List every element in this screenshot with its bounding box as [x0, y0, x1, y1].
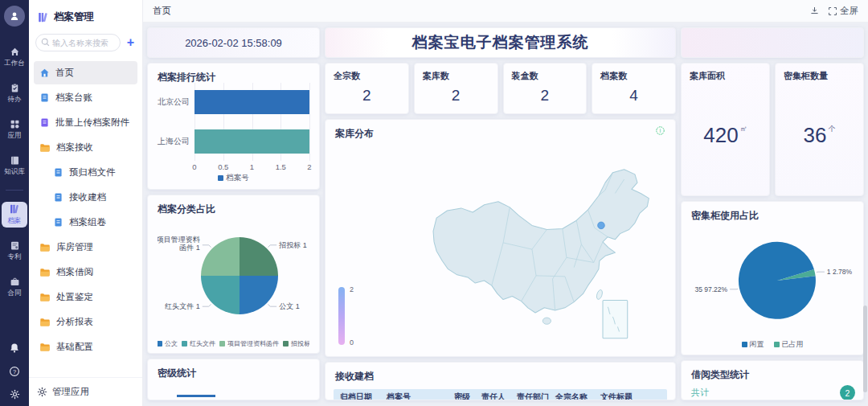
bar-category-label: 上海公司 [158, 136, 190, 147]
stat-unit: ㎡ [740, 124, 747, 134]
table-column-header: 责任部门 [510, 392, 549, 400]
legend-label: 已占用 [782, 339, 804, 350]
map-hainan [542, 318, 551, 324]
rail-bottom: ? [9, 342, 20, 401]
rail-item-apps[interactable]: 应用 [2, 117, 27, 142]
receive-table-card: 接收建档 归档日期档案号密级责任人责任部门全宗名称文件标题 [325, 362, 676, 400]
system-title-card: 档案宝电子档案管理系统 [325, 27, 676, 58]
axis-tick-label: 0.5 [218, 162, 228, 171]
sidebar-item-warehouse[interactable]: 库房管理 [34, 236, 137, 259]
legend-item-0[interactable]: 闲置 [742, 339, 764, 350]
security-level-card: 密级统计 [147, 359, 320, 400]
main-area: 首页 全屏 2026-02-02 15:58:09 档案排行统计 北京公司上海公… [143, 0, 868, 406]
doc-blue-icon [53, 217, 63, 228]
bar-categories: 北京公司上海公司 [158, 83, 194, 161]
stat-number: 420 [703, 123, 738, 148]
scrollbar-thumb[interactable] [863, 306, 867, 392]
clock-card: 2026-02-02 15:58:09 [147, 27, 320, 58]
avatar[interactable] [4, 6, 25, 27]
breadcrumb[interactable]: 首页 [153, 5, 171, 17]
count-badge[interactable]: 2 [840, 385, 855, 400]
rail-item-label: 知识库 [4, 167, 25, 177]
clipboard-icon [10, 83, 20, 93]
legend-item-1[interactable]: 红头文件 [182, 339, 215, 348]
rail-item-label: 合同 [8, 289, 22, 298]
bar-上海公司 [194, 129, 309, 154]
info-icon[interactable]: i [655, 125, 665, 136]
sidebar-item-disposal[interactable]: 处置鉴定 [34, 285, 137, 309]
briefcase-icon [10, 277, 20, 287]
sidebar-item-batch-upload[interactable]: 批量上传档案附件 [34, 111, 137, 134]
legend-swatch [219, 341, 225, 347]
legend-item-2[interactable]: 项目管理资料函件 [219, 339, 279, 348]
sidebar-item-reports[interactable]: 分析报表 [34, 310, 137, 334]
security-bar-fragment [177, 395, 215, 397]
legend-item-0[interactable]: 公文 [158, 339, 178, 348]
map-region-beijing[interactable] [598, 222, 605, 229]
add-button[interactable]: + [125, 35, 136, 50]
rail-item-workbench[interactable]: 工作台 [2, 45, 27, 70]
pie-slice-项目管理资料函件 [201, 237, 240, 276]
rail-item-archive[interactable]: 档案 [2, 202, 27, 228]
search-icon [40, 37, 51, 47]
legend-item-0[interactable]: 档案号 [218, 173, 249, 183]
notifications-button[interactable] [9, 342, 20, 354]
sidebar-item-receive[interactable]: 档案接收 [34, 136, 137, 159]
sidebar-item-ledger[interactable]: 档案台账 [34, 86, 137, 109]
clock-text: 2026-02-02 15:58:09 [185, 37, 282, 49]
system-title: 档案宝电子档案管理系统 [412, 32, 589, 53]
download-icon[interactable] [809, 6, 820, 16]
sidebar-item-label: 首页 [55, 67, 74, 79]
folder-icon [39, 142, 51, 154]
settings-button[interactable] [10, 389, 20, 400]
stat-label: 档案数 [600, 70, 667, 82]
sidebar-item-label: 档案台账 [55, 92, 92, 104]
stat-value: 420㎡ [690, 82, 761, 189]
bar-x-axis: 00.511.52 [194, 161, 309, 171]
rail-item-patent[interactable]: 专利 [2, 239, 27, 264]
axis-tick-label: 2 [307, 162, 311, 171]
map-taiwan [596, 289, 604, 301]
pie1-svg: 公文 1红头文件 1项目管理资料函件 1招投标 1 [158, 215, 309, 332]
pie-leader-line [268, 245, 276, 248]
rail-item-todo[interactable]: 待办 [2, 81, 27, 106]
legend-swatch [774, 342, 780, 347]
sidebar-menu: 首页档案台账批量上传档案附件档案接收预归档文件接收建档档案组卷库房管理档案借阅处… [29, 59, 142, 377]
svg-text:?: ? [13, 368, 16, 375]
card-title-archive-ranking: 档案排行统计 [148, 64, 319, 84]
sidebar-item-label: 处置鉴定 [56, 291, 93, 303]
help-button[interactable]: ? [9, 366, 20, 377]
library-icon [37, 11, 49, 23]
sidebar-item-home[interactable]: 首页 [34, 61, 137, 84]
sidebar-item-receive-create[interactable]: 接收建档 [34, 186, 137, 209]
stat-card-1: 案库数2 [414, 63, 498, 114]
stat-value: 36个 [784, 82, 855, 189]
sidebar-search-row: + [29, 34, 142, 59]
sidebar-item-archive-volume[interactable]: 档案组卷 [34, 211, 137, 234]
legend-swatch [158, 341, 162, 347]
bar-rows [194, 83, 309, 161]
rail-item-label: 档案 [8, 216, 22, 226]
stat-label: 装盒数 [512, 70, 579, 82]
china-map[interactable] [330, 141, 670, 351]
doc-blue-icon [53, 167, 63, 178]
archive-ranking-card: 档案排行统计 北京公司上海公司00.511.52档案号 [147, 63, 320, 190]
pie-slice-label: 公文 1 [279, 302, 300, 310]
folder-icon [39, 317, 51, 328]
cabinet-usage-card: 密集柜使用占比 1 2.78%35 97.22%闲置已占用 [681, 201, 864, 355]
pie-slice-label: 项目管理资料函件 1 [158, 236, 200, 252]
stat-card-2: 装盒数2 [503, 63, 588, 114]
sidebar-item-config[interactable]: 基础配置 [34, 335, 137, 359]
manage-apps-button[interactable]: 管理应用 [29, 377, 142, 406]
map-visual-legend: 2 0 [338, 287, 366, 345]
legend-item-1[interactable]: 已占用 [774, 339, 804, 350]
rail-item-knowledge[interactable]: 知识库 [2, 154, 27, 178]
legend-item-3[interactable]: 招投标 [283, 339, 309, 348]
fullscreen-button[interactable]: 全屏 [828, 5, 858, 17]
legend-label: 项目管理资料函件 [227, 339, 279, 348]
rail-item-contract[interactable]: 合同 [2, 275, 27, 300]
sidebar-item-pre-archive[interactable]: 预归档文件 [34, 161, 137, 184]
map-inset-south-china-sea [603, 301, 628, 338]
sidebar-item-borrow[interactable]: 档案借阅 [34, 260, 137, 284]
chart-legend: 闲置已占用 [691, 339, 854, 350]
